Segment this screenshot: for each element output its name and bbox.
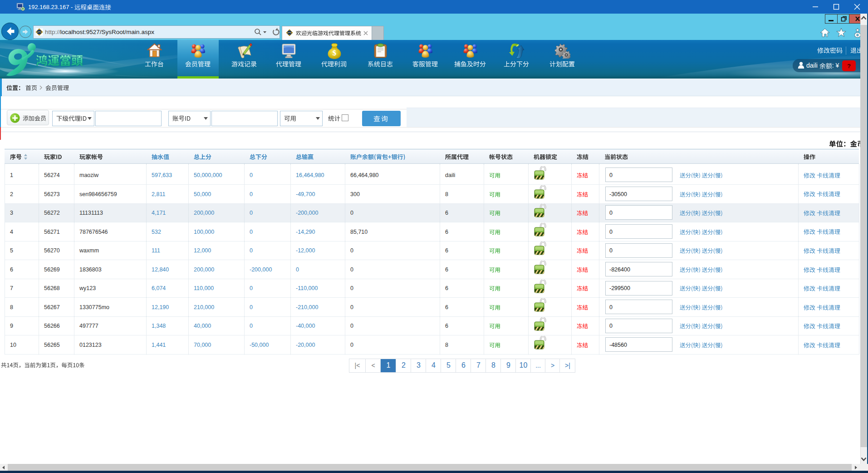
svg-text:$: $ <box>333 49 337 57</box>
